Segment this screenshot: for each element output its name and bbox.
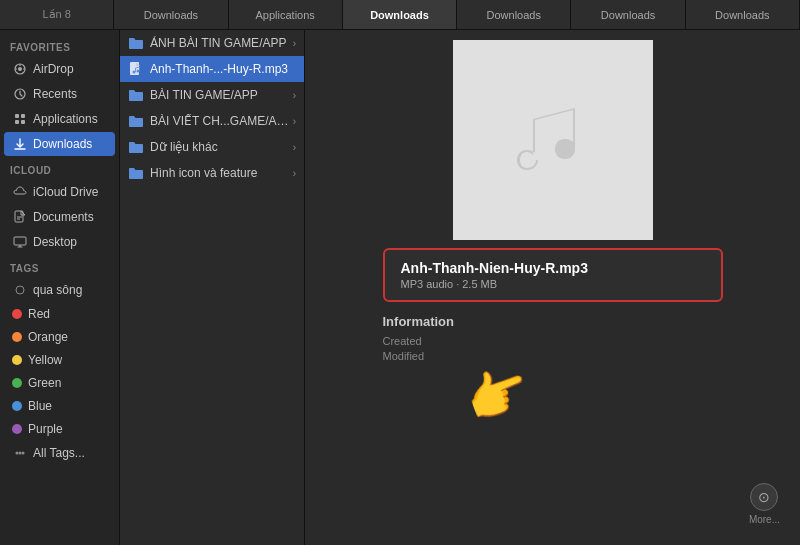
all-tags-icon — [12, 445, 28, 461]
sidebar: Favorites AirDrop Re — [0, 30, 120, 545]
file-item-0[interactable]: ẢNH BÀI TIN GAME/APP › — [120, 30, 304, 56]
preview-pane: Anh-Thanh-Nien-Huy-R.mp3 MP3 audio · 2.5… — [305, 30, 800, 545]
downloads-icon — [12, 136, 28, 152]
sidebar-item-desktop[interactable]: Desktop — [4, 230, 115, 254]
chevron-right-icon: › — [293, 142, 296, 153]
file-item-4[interactable]: Dữ liệu khác › — [120, 134, 304, 160]
tab-downloads-4[interactable]: Downloads — [686, 0, 800, 29]
sidebar-item-label: Downloads — [33, 137, 92, 151]
sidebar-item-label: Green — [28, 376, 61, 390]
sidebar-item-airdrop[interactable]: AirDrop — [4, 57, 115, 81]
folder-icon — [128, 113, 144, 129]
pointing-hand-emoji: 👉 — [457, 355, 539, 435]
sidebar-item-tag-red[interactable]: Red — [4, 303, 115, 325]
sidebar-item-tag-blue[interactable]: Blue — [4, 395, 115, 417]
file-info-name: Anh-Thanh-Nien-Huy-R.mp3 — [401, 260, 705, 276]
sidebar-item-label: Applications — [33, 112, 98, 126]
chevron-right-icon: › — [293, 90, 296, 101]
more-button-area: ⊙ More... — [749, 483, 780, 525]
tags-section-label: Tags — [0, 255, 119, 277]
recents-icon — [12, 86, 28, 102]
sidebar-item-downloads[interactable]: Downloads — [4, 132, 115, 156]
svg-point-10 — [16, 452, 19, 455]
sidebar-item-label: All Tags... — [33, 446, 85, 460]
file-name: Dữ liệu khác — [150, 140, 289, 154]
file-item-3[interactable]: BÀI VIẾT CH...GAME/APP › — [120, 108, 304, 134]
sidebar-item-tag-yellow[interactable]: Yellow — [4, 349, 115, 371]
svg-point-11 — [19, 452, 22, 455]
browser-area: ẢNH BÀI TIN GAME/APP › Anh-Thanh-...-Huy… — [120, 30, 800, 545]
sidebar-item-tag-quasong[interactable]: qua sông — [4, 278, 115, 302]
applications-icon — [12, 111, 28, 127]
tab-downloads-3[interactable]: Downloads — [571, 0, 685, 29]
sidebar-item-tag-orange[interactable]: Orange — [4, 326, 115, 348]
tab-downloads-active[interactable]: Downloads — [343, 0, 457, 29]
audio-file-icon — [128, 61, 144, 77]
sidebar-item-tag-purple[interactable]: Purple — [4, 418, 115, 440]
sidebar-item-label: Red — [28, 307, 50, 321]
svg-point-9 — [16, 286, 24, 294]
icloud-drive-icon — [12, 184, 28, 200]
purple-tag-dot — [12, 424, 22, 434]
music-thumbnail — [453, 40, 653, 240]
file-item-5[interactable]: Hình icon và feature › — [120, 160, 304, 186]
sidebar-item-label: Purple — [28, 422, 63, 436]
info-created: Created — [383, 335, 723, 347]
airdrop-icon — [12, 61, 28, 77]
svg-point-15 — [137, 70, 140, 73]
file-name: Hình icon và feature — [150, 166, 289, 180]
chevron-right-icon: › — [293, 38, 296, 49]
sidebar-item-label: Desktop — [33, 235, 77, 249]
svg-rect-4 — [21, 114, 25, 118]
tab-downloads-1[interactable]: Downloads — [114, 0, 228, 29]
music-note-icon — [503, 90, 603, 190]
info-modified: Modified — [383, 350, 723, 362]
folder-icon — [128, 35, 144, 51]
folder-icon — [128, 87, 144, 103]
sidebar-item-applications[interactable]: Applications — [4, 107, 115, 131]
tab-lan8[interactable]: Lần 8 — [0, 0, 114, 29]
red-tag-dot — [12, 309, 22, 319]
sidebar-item-label: iCloud Drive — [33, 185, 98, 199]
chevron-right-icon: › — [293, 116, 296, 127]
file-info-meta: MP3 audio · 2.5 MB — [401, 278, 705, 290]
documents-icon — [12, 209, 28, 225]
tab-downloads-2[interactable]: Downloads — [457, 0, 571, 29]
file-name: BÀI TIN GAME/APP — [150, 88, 289, 102]
more-label: More... — [749, 514, 780, 525]
sidebar-item-label: Recents — [33, 87, 77, 101]
file-item-2[interactable]: BÀI TIN GAME/APP › — [120, 82, 304, 108]
svg-rect-6 — [21, 120, 25, 124]
sidebar-item-tag-green[interactable]: Green — [4, 372, 115, 394]
folder-icon — [128, 139, 144, 155]
sidebar-item-icloud-drive[interactable]: iCloud Drive — [4, 180, 115, 204]
svg-rect-5 — [15, 120, 19, 124]
sidebar-item-recents[interactable]: Recents — [4, 82, 115, 106]
desktop-icon — [12, 234, 28, 250]
info-section: Information Created Modified — [383, 314, 723, 365]
svg-rect-3 — [15, 114, 19, 118]
sidebar-item-label: Documents — [33, 210, 94, 224]
green-tag-dot — [12, 378, 22, 388]
blue-tag-dot — [12, 401, 22, 411]
sidebar-item-label: Yellow — [28, 353, 62, 367]
favorites-section-label: Favorites — [0, 34, 119, 56]
svg-point-14 — [133, 71, 136, 74]
more-button[interactable]: ⊙ — [750, 483, 778, 511]
file-column-list: ẢNH BÀI TIN GAME/APP › Anh-Thanh-...-Huy… — [120, 30, 305, 545]
file-name: ẢNH BÀI TIN GAME/APP — [150, 36, 289, 50]
svg-rect-8 — [14, 237, 26, 245]
yellow-tag-dot — [12, 355, 22, 365]
tag-circle-empty-icon — [12, 282, 28, 298]
file-name: Anh-Thanh-...-Huy-R.mp3 — [150, 62, 296, 76]
tab-applications[interactable]: Applications — [229, 0, 343, 29]
folder-icon — [128, 165, 144, 181]
sidebar-item-label: qua sông — [33, 283, 82, 297]
sidebar-item-all-tags[interactable]: All Tags... — [4, 441, 115, 465]
sidebar-item-documents[interactable]: Documents — [4, 205, 115, 229]
orange-tag-dot — [12, 332, 22, 342]
file-name: BÀI VIẾT CH...GAME/APP — [150, 114, 289, 128]
icloud-section-label: iCloud — [0, 157, 119, 179]
info-section-title: Information — [383, 314, 723, 329]
file-item-1[interactable]: Anh-Thanh-...-Huy-R.mp3 — [120, 56, 304, 82]
